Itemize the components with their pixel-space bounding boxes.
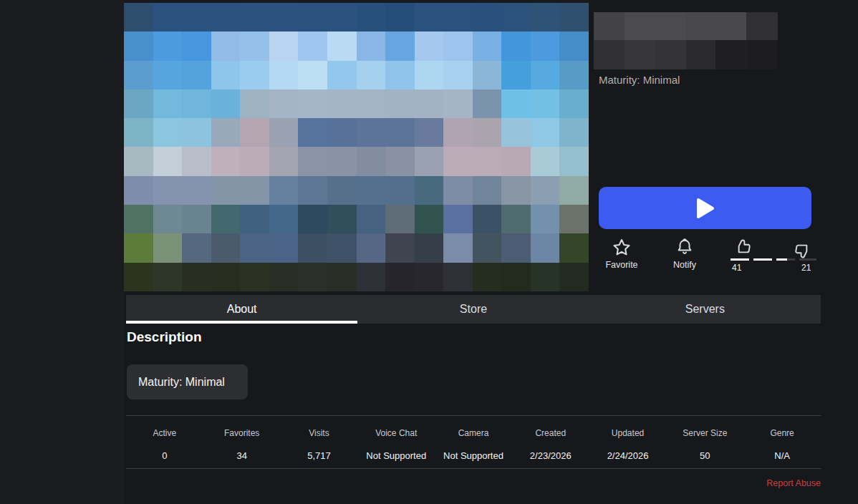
mosaic-cell [211, 176, 241, 205]
report-abuse-link[interactable]: Report Abuse [126, 478, 821, 488]
mosaic-cell [240, 176, 269, 205]
stats-value-genre: N/A [743, 450, 821, 461]
notify-button[interactable]: Notify [663, 238, 706, 270]
stats-value-visits: 5,717 [281, 450, 358, 461]
mosaic-cell [298, 32, 327, 60]
mosaic-cell [211, 61, 241, 89]
mosaic-cell [298, 263, 327, 291]
mosaic-cell [211, 32, 241, 60]
stats-header-favorites: Favorites [203, 428, 281, 438]
mosaic-cell [531, 263, 560, 291]
mosaic-cell [182, 147, 211, 175]
mosaic-cell [153, 233, 183, 262]
thumbs-up-icon [732, 238, 753, 257]
mosaic-cell [559, 263, 589, 291]
stats-value-favorites: 34 [203, 450, 281, 461]
mosaic-cell [443, 32, 473, 60]
stats-value-created: 2/23/2026 [512, 450, 589, 461]
mosaic-cell [124, 3, 153, 32]
play-icon [696, 198, 715, 219]
mosaic-cell [473, 32, 502, 60]
mosaic-cell [443, 3, 473, 32]
mosaic-cell [357, 263, 386, 291]
mosaic-cell [473, 233, 502, 262]
mosaic-cell [559, 233, 589, 262]
stats-header-voice-chat: Voice Chat [357, 428, 435, 438]
mosaic-cell [182, 176, 211, 205]
mosaic-cell [182, 118, 211, 147]
mosaic-cell [269, 205, 299, 233]
mosaic-cell [501, 147, 531, 175]
stats-header-created: Created [512, 428, 589, 438]
maturity-chip: Maturity: Minimal [127, 364, 248, 399]
play-button[interactable] [599, 187, 811, 229]
mosaic-cell [182, 205, 211, 233]
mosaic-cell [298, 176, 327, 205]
mosaic-cell [327, 3, 357, 32]
favorite-button[interactable]: Favorite [600, 238, 643, 270]
mosaic-cell [531, 233, 560, 262]
mosaic-cell [182, 32, 211, 60]
mosaic-cell [269, 176, 299, 205]
mosaic-cell [473, 89, 502, 118]
blur-block [594, 12, 625, 40]
tab-about[interactable]: About [126, 295, 357, 324]
mosaic-cell [357, 147, 386, 175]
mosaic-cell [269, 61, 299, 89]
mosaic-cell [240, 61, 269, 89]
mosaic-cell [240, 32, 269, 60]
mosaic-cell [124, 61, 153, 89]
mosaic-cell [501, 32, 531, 60]
mosaic-cell [385, 233, 415, 262]
mosaic-cell [415, 118, 444, 147]
mosaic-cell [473, 3, 502, 32]
tab-store[interactable]: Store [357, 295, 589, 324]
mosaic-cell [501, 233, 531, 262]
mosaic-cell [559, 205, 589, 233]
mosaic-cell [153, 176, 183, 205]
thumbs-down-icon [792, 241, 814, 260]
mosaic-cell [124, 89, 153, 118]
stats-value-row: 0345,717Not SupportedNot Supported2/23/2… [126, 450, 821, 461]
mosaic-cell [415, 147, 444, 175]
mosaic-cell [473, 61, 502, 89]
mosaic-cell [269, 233, 299, 262]
mosaic-cell [124, 233, 153, 262]
blur-block [715, 40, 747, 69]
mosaic-cell [153, 263, 183, 291]
stats-header-visits: Visits [281, 428, 358, 438]
like-ratio-fill [731, 258, 787, 261]
mosaic-cell [415, 3, 444, 32]
like-button[interactable] [732, 238, 753, 256]
dislike-button[interactable] [792, 241, 814, 259]
mosaic-cell [501, 205, 531, 233]
game-thumbnail[interactable] [124, 0, 589, 291]
mosaic-cell [415, 263, 444, 291]
mosaic-cell [124, 176, 153, 205]
mosaic-cell [415, 61, 444, 89]
mosaic-cell [211, 233, 241, 262]
mosaic-cell [501, 118, 531, 147]
tab-bar: AboutStoreServers [126, 295, 821, 324]
mosaic-cell [240, 89, 269, 118]
mosaic-cell [531, 147, 560, 175]
stats-header-active: Active [126, 428, 203, 438]
mosaic-cell [182, 3, 211, 32]
stats-header-genre: Genre [743, 428, 821, 438]
blur-block [747, 40, 777, 69]
mosaic-cell [240, 147, 269, 175]
stats-header-camera: Camera [435, 428, 512, 438]
mosaic-cell [298, 3, 327, 32]
mosaic-cell [327, 147, 357, 175]
mosaic-cell [269, 89, 299, 118]
blur-block [686, 12, 746, 40]
mosaic-cell [531, 61, 560, 89]
tab-servers[interactable]: Servers [589, 295, 821, 324]
mosaic-cell [211, 89, 241, 118]
mosaic-cell [443, 205, 473, 233]
mosaic-cell [182, 89, 211, 118]
mosaic-cell [473, 176, 502, 205]
mosaic-cell [357, 176, 386, 205]
mosaic-cell [473, 263, 502, 291]
mosaic-cell [269, 263, 299, 291]
